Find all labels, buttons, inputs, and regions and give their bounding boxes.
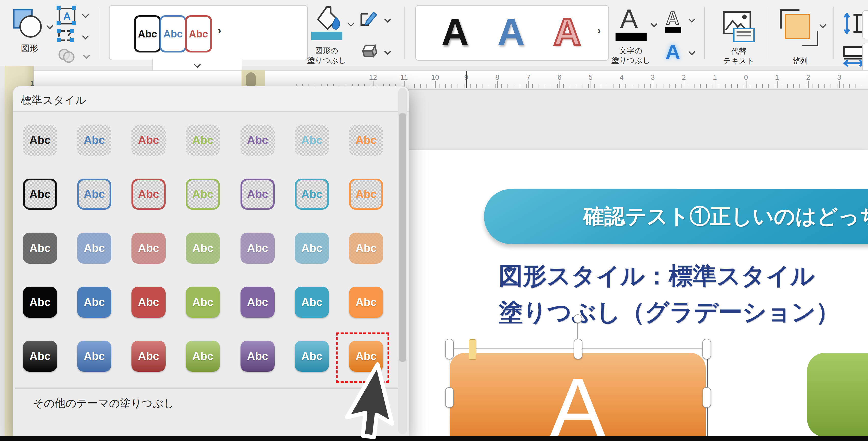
style-swatch-transparent-text[interactable]: Abc xyxy=(77,125,111,156)
alt-text-button[interactable]: 代替 テキスト xyxy=(718,7,764,64)
resize-handle-top-center[interactable] xyxy=(574,339,582,359)
ruler-tick xyxy=(831,84,831,88)
style-swatch-solid-fill[interactable]: Abc xyxy=(131,287,165,318)
text-fill-button[interactable]: A 文字の 塗りつぶし xyxy=(612,6,657,64)
text-outline-swatch xyxy=(665,27,681,33)
style-swatch-gradient-fill[interactable]: Abc xyxy=(295,341,329,372)
gallery-scroll-right-icon[interactable]: › xyxy=(597,24,601,37)
style-swatch-transparent-text[interactable]: Abc xyxy=(186,125,220,156)
chevron-down-icon[interactable] xyxy=(82,33,89,39)
style-swatch-outline[interactable]: Abc xyxy=(295,179,329,210)
style-swatch-solid-fill[interactable]: Abc xyxy=(77,287,111,318)
style-swatch-transparent-text[interactable]: Abc xyxy=(131,125,165,156)
style-swatch-solid-fill[interactable]: Abc xyxy=(295,287,329,318)
ruler-tick xyxy=(713,84,713,88)
text-effects-button[interactable]: A xyxy=(664,43,697,63)
style-swatch-gradient-fill[interactable]: Abc xyxy=(77,341,111,372)
wordart-style-thumbnail[interactable]: A xyxy=(497,13,525,51)
chevron-down-icon[interactable] xyxy=(82,11,89,18)
resize-handle-middle-right[interactable] xyxy=(703,387,711,408)
style-swatch-semi-fill[interactable]: Abc xyxy=(131,232,165,264)
shape-style-thumbnail[interactable]: Abc xyxy=(185,15,212,53)
style-swatch-solid-fill[interactable]: Abc xyxy=(23,287,57,318)
ruler-tick xyxy=(622,81,622,88)
shape-outline-button[interactable] xyxy=(360,10,393,31)
chevron-down-icon[interactable] xyxy=(688,49,695,55)
wordart-style-thumbnail[interactable]: A xyxy=(553,13,581,51)
text-box-button[interactable]: A xyxy=(57,7,87,25)
text-fill-a-icon: A xyxy=(620,4,638,34)
shape-fill-button[interactable]: 図形の 塗りつぶし xyxy=(308,6,354,64)
ruler-tick xyxy=(414,84,415,88)
chevron-down-icon xyxy=(194,61,201,68)
shape-style-thumbnail[interactable]: Abc xyxy=(159,15,186,53)
style-swatch-gradient-fill[interactable]: Abc xyxy=(131,341,165,372)
ruler-margin-marker xyxy=(466,71,467,88)
chevron-down-icon[interactable] xyxy=(688,16,695,23)
rotation-handle[interactable] xyxy=(574,314,582,323)
ruler-tick xyxy=(806,84,806,88)
wordart-style-thumbnail[interactable]: A xyxy=(441,13,469,51)
style-swatch-semi-fill[interactable]: Abc xyxy=(295,232,329,264)
powerpoint-window: 図形 A xyxy=(0,0,868,441)
ruler-number: 1 xyxy=(713,73,717,82)
arrange-label: 整列 xyxy=(780,56,820,66)
style-swatch-outline[interactable]: Abc xyxy=(241,179,275,210)
merge-shapes-button[interactable] xyxy=(58,49,88,64)
style-swatch-outline[interactable]: Abc xyxy=(349,179,383,210)
style-swatch-semi-fill[interactable]: Abc xyxy=(241,232,275,264)
selection-bounding-box xyxy=(449,348,708,436)
gallery-scroll-right-icon[interactable]: › xyxy=(218,24,221,37)
style-swatch-solid-fill[interactable]: Abc xyxy=(186,287,220,318)
insert-shape-button[interactable]: 図形 xyxy=(10,6,56,60)
slide-title-banner[interactable]: 確認テスト①正しいのはどっち xyxy=(484,189,868,244)
style-swatch-transparent-text[interactable]: Abc xyxy=(241,125,275,156)
handle-dot xyxy=(72,6,76,10)
ruler-tick xyxy=(762,84,763,88)
resize-handle-top-right[interactable] xyxy=(703,339,711,359)
style-swatch-outline[interactable]: Abc xyxy=(77,179,111,210)
ruler-tick xyxy=(715,81,715,88)
ribbon-edge-button[interactable] xyxy=(862,43,868,72)
ruler-tick xyxy=(582,84,582,88)
ruler-tick xyxy=(520,84,520,88)
style-swatch-solid-fill[interactable]: Abc xyxy=(349,287,383,318)
ruler-tick xyxy=(737,84,738,88)
arrange-button[interactable]: 整列 xyxy=(776,7,827,64)
chevron-down-icon[interactable] xyxy=(819,22,826,28)
resize-handle-middle-left[interactable] xyxy=(445,387,454,408)
style-swatch-transparent-text[interactable]: Abc xyxy=(23,125,57,156)
slide-canvas[interactable]: 確認テスト①正しいのはどっち 図形スタイル：標準スタイル 塗りつぶし（グラデーシ… xyxy=(409,150,868,436)
shape-effects-button xyxy=(360,44,393,62)
dropdown-scrollbar-thumb[interactable] xyxy=(399,113,406,362)
chevron-down-icon[interactable] xyxy=(384,48,391,55)
shape-adjust-handle[interactable] xyxy=(469,339,476,360)
style-swatch-semi-fill[interactable]: Abc xyxy=(186,232,220,264)
edit-points-button[interactable] xyxy=(57,29,87,45)
shape-style-thumbnail[interactable]: Abc xyxy=(134,15,161,53)
mouse-cursor xyxy=(370,362,446,441)
style-swatch-transparent-text[interactable]: Abc xyxy=(295,125,329,156)
more-theme-fills-item[interactable]: その他のテーマの塗りつぶし xyxy=(33,396,175,410)
style-swatch-outline[interactable]: Abc xyxy=(131,179,165,210)
style-swatch-semi-fill[interactable]: Abc xyxy=(23,232,57,264)
resize-handle-top-left[interactable] xyxy=(445,339,454,359)
chevron-down-icon[interactable] xyxy=(651,20,657,27)
chevron-down-icon[interactable] xyxy=(384,16,391,23)
style-swatch-gradient-fill[interactable]: Abc xyxy=(186,341,220,372)
chevron-down-icon[interactable] xyxy=(347,20,354,27)
style-swatch-semi-fill[interactable]: Abc xyxy=(349,232,383,264)
text-outline-button[interactable]: A xyxy=(664,9,697,32)
chevron-down-icon[interactable] xyxy=(46,23,53,29)
green-shape[interactable] xyxy=(807,353,868,436)
style-swatch-gradient-fill[interactable]: Abc xyxy=(241,341,275,372)
ruler-tick xyxy=(514,84,514,88)
ruler-tick xyxy=(700,84,701,88)
style-swatch-transparent-text[interactable]: Abc xyxy=(349,125,383,156)
style-swatch-solid-fill[interactable]: Abc xyxy=(241,287,275,318)
style-swatch-gradient-fill[interactable]: Abc xyxy=(23,341,57,372)
ribbon-edge-button[interactable] xyxy=(862,10,868,39)
style-swatch-semi-fill[interactable]: Abc xyxy=(77,232,111,264)
style-swatch-outline[interactable]: Abc xyxy=(23,179,57,210)
style-swatch-outline[interactable]: Abc xyxy=(186,179,220,210)
